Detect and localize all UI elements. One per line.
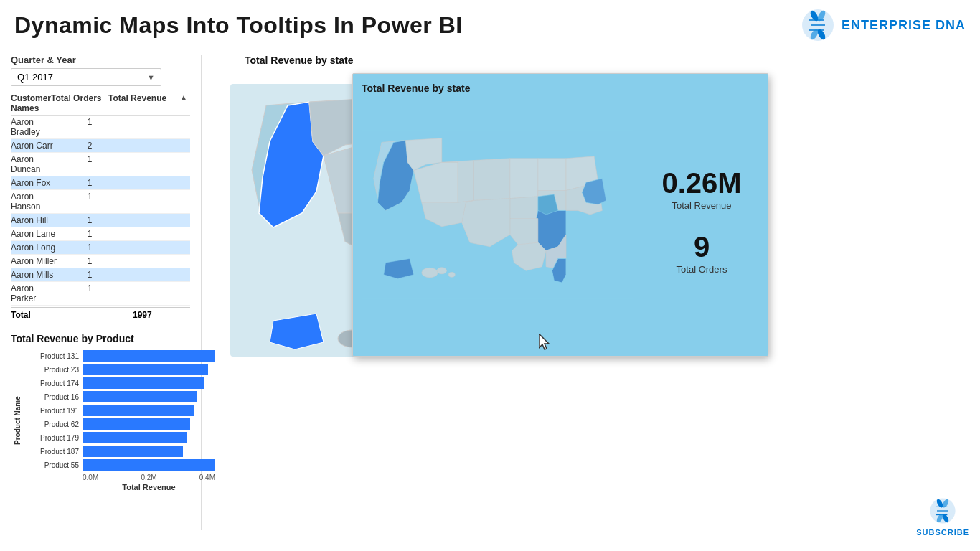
table-row[interactable]: Aaron Carr 2: [11, 139, 190, 153]
chevron-down-icon: ▼: [147, 73, 155, 82]
svg-marker-40: [473, 159, 509, 201]
order-count: 1: [61, 242, 118, 253]
bar-label: Product 179: [22, 434, 83, 442]
bar-track: [83, 377, 204, 389]
orders-value: 9: [644, 232, 759, 261]
axis-tick: 0.0M: [83, 474, 98, 481]
svg-point-56: [422, 268, 438, 277]
bar-row: Product 55: [22, 459, 215, 471]
customer-name: Aaron Hill: [11, 215, 61, 225]
left-panel: Quarter & Year Q1 2017 ▼ Customer Names …: [0, 47, 201, 537]
page-title: Dynamic Maps Into Tooltips In Power BI: [14, 12, 463, 39]
dna-icon: [800, 7, 836, 43]
customer-name: Aaron Miller: [11, 256, 61, 266]
order-count: 1: [61, 117, 118, 137]
table-row[interactable]: Aaron Long 1: [11, 241, 190, 255]
revenue-value: 0.26M: [644, 169, 759, 197]
tooltip-map-svg: [362, 100, 634, 329]
y-axis-label: Product Name: [11, 350, 22, 491]
bar-chart-title: Total Revenue by Product: [11, 333, 190, 344]
table-row[interactable]: Aaron Hanson 1: [11, 190, 190, 214]
svg-point-58: [448, 272, 455, 277]
customer-table: Customer Names Total Orders Total Revenu…: [11, 92, 190, 322]
customer-name: Aaron Bradley: [11, 117, 61, 137]
col-total-orders: Total Orders: [51, 93, 108, 113]
enterprise-label: ENTERPRISE DNA: [842, 18, 966, 33]
bar-track: [83, 405, 194, 416]
bar-row: Product 174: [22, 377, 215, 389]
customer-name: Aaron Fox: [11, 178, 61, 188]
tooltip-map: [362, 100, 637, 343]
bar-track: [83, 350, 215, 362]
revenue-label: Total Revenue: [644, 200, 759, 211]
bar-row: Product 191: [22, 405, 215, 416]
revenue-stat: 0.26M Total Revenue: [644, 169, 759, 211]
bar-track: [83, 364, 208, 375]
bar-label: Product 62: [22, 420, 83, 428]
order-count: 1: [61, 178, 118, 188]
total-label: Total: [11, 310, 133, 320]
bar-label: Product 191: [22, 407, 83, 415]
bar-row: Product 187: [22, 446, 215, 457]
table-row[interactable]: Aaron Parker 1: [11, 282, 190, 306]
orders-stat: 9 Total Orders: [644, 232, 759, 275]
header: Dynamic Maps Into Tooltips In Power BI E…: [0, 0, 980, 47]
tooltip-body: 0.26M Total Revenue 9 Total Orders: [362, 100, 759, 343]
bar-row: Product 179: [22, 432, 215, 443]
subscribe-area[interactable]: SUBSCRIBE: [916, 496, 969, 537]
order-count: 1: [61, 283, 118, 303]
bar-track: [83, 418, 190, 430]
axis-tick: 0.2M: [141, 474, 156, 481]
table-row[interactable]: Aaron Lane 1: [11, 227, 190, 241]
us-map-container: Total Revenue by state: [209, 70, 973, 545]
customer-name: Aaron Carr: [11, 141, 61, 151]
bar-row: Product 16: [22, 391, 215, 402]
tooltip-stats: 0.26M Total Revenue 9 Total Orders: [644, 100, 759, 343]
order-count: 1: [61, 154, 118, 174]
table-row[interactable]: Aaron Mills 1: [11, 268, 190, 282]
bar-label: Product 55: [22, 461, 83, 469]
table-header: Customer Names Total Orders Total Revenu…: [11, 92, 190, 116]
svg-marker-60: [539, 334, 549, 349]
subscribe-dna-icon: [928, 496, 957, 525]
orders-label: Total Orders: [644, 264, 759, 275]
page-background: Dynamic Maps Into Tooltips In Power BI E…: [0, 0, 980, 551]
customer-name: Aaron Long: [11, 242, 61, 253]
order-count: 1: [61, 256, 118, 266]
table-row[interactable]: Aaron Hill 1: [11, 214, 190, 227]
svg-marker-41: [510, 159, 538, 199]
col-total-revenue: Total Revenue: [108, 93, 180, 113]
tooltip-title: Total Revenue by state: [362, 83, 759, 94]
table-row[interactable]: Aaron Duncan 1: [11, 153, 190, 176]
x-axis: 0.0M 0.2M 0.4M: [83, 474, 215, 481]
table-row[interactable]: Aaron Fox 1: [11, 176, 190, 190]
bar-chart-section: Total Revenue by Product Product Name Pr…: [11, 333, 190, 491]
bar-label: Product 131: [22, 352, 83, 360]
subscribe-label[interactable]: SUBSCRIBE: [916, 528, 969, 537]
bar-chart-inner: Product 131 Product 23 Product 174: [22, 350, 215, 491]
svg-point-57: [437, 268, 446, 274]
content-area: Quarter & Year Q1 2017 ▼ Customer Names …: [0, 47, 980, 537]
sort-arrow-icon: ▲: [180, 93, 194, 113]
table-total-row: Total 1997: [11, 307, 190, 322]
map-section: Total Revenue by state: [202, 47, 980, 537]
customer-name: Aaron Parker: [11, 283, 61, 303]
map-section-title: Total Revenue by state: [245, 55, 973, 66]
bar-track: [83, 391, 197, 402]
order-count: 1: [61, 192, 118, 212]
table-row[interactable]: Aaron Miller 1: [11, 255, 190, 268]
table-row[interactable]: Aaron Bradley 1: [11, 116, 190, 139]
quarter-year-dropdown[interactable]: Q1 2017 ▼: [11, 68, 161, 86]
customer-name: Aaron Mills: [11, 270, 61, 280]
bar-label: Product 174: [22, 380, 83, 387]
filter-label: Quarter & Year: [11, 55, 190, 65]
logo-area: ENTERPRISE DNA: [800, 7, 966, 43]
tooltip-overlay: Total Revenue by state: [352, 73, 768, 357]
col-customer-names: Customer Names: [11, 93, 51, 113]
customer-name: Aaron Duncan: [11, 154, 61, 174]
dropdown-value: Q1 2017: [17, 72, 53, 83]
order-count: 1: [61, 229, 118, 239]
bar-track: [83, 446, 183, 457]
bar-track: [83, 432, 187, 443]
order-count: 1: [61, 270, 118, 280]
